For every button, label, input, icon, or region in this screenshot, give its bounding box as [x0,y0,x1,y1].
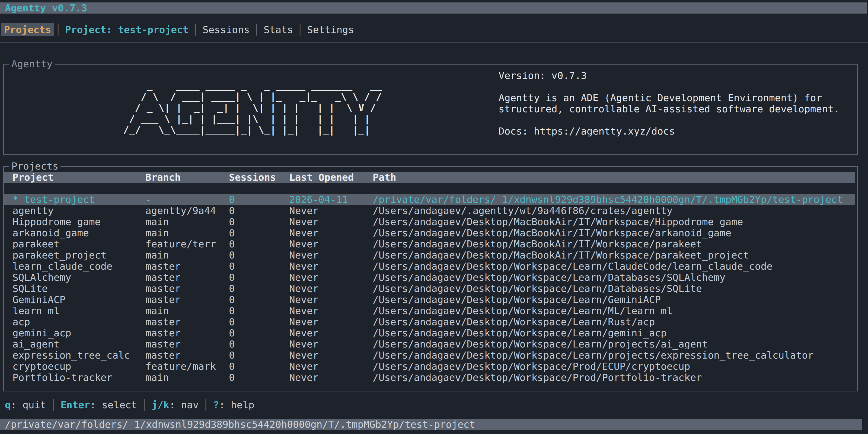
cell-project: Portfolio-tracker [12,372,145,383]
tab-bar-divider [0,42,868,43]
project-row[interactable]: expression_tree_calcmaster0Never/Users/a… [4,350,855,361]
cell-branch: main [145,250,229,261]
project-row[interactable]: * test-project-02026-04-11/private/var/f… [4,194,855,205]
cell-branch: master [145,283,229,294]
project-row[interactable]: SQLitemaster0Never/Users/andagaev/Deskto… [4,283,855,294]
cell-branch: main [145,305,229,316]
cell-project: learn_ml [12,305,145,316]
tab-sessions[interactable]: Sessions [199,23,252,36]
project-row[interactable]: SQLAlchemymaster0Never/Users/andagaev/De… [4,272,855,283]
version-line: Version: v0.7.3 [499,70,839,81]
cell-branch: feature/mark [145,361,229,372]
tab-projects[interactable]: Projects [1,23,54,36]
status-bar: /private/var/folders/_1/xdnwsnl929d389bh… [0,419,862,430]
cell-sessions: 0 [229,372,289,383]
project-row[interactable]: learn_claude_codemaster0Never/Users/anda… [4,261,855,272]
help-separator: │ [46,399,61,410]
cell-last-opened: Never [289,294,373,305]
cell-path: /Users/andagaev/Desktop/Workspace/Learn/… [373,272,855,283]
tab-separator: │ [54,24,62,35]
project-row[interactable]: acpmaster0Never/Users/andagaev/Desktop/W… [4,316,855,328]
cell-project: GeminiACP [12,294,145,305]
cell-branch: master [145,294,229,305]
project-row[interactable]: cryptoecupfeature/mark0Never/Users/andag… [4,361,855,372]
cell-project: acp [12,316,145,328]
column-header-path: Path [373,172,855,183]
cell-path: /Users/andagaev/Desktop/Workspace/Learn/… [373,350,855,361]
cell-path: /Users/andagaev/Desktop/Workspace/Prod/E… [373,361,855,372]
project-row[interactable]: parakeet_projectmain0Never/Users/andagae… [4,250,855,261]
cell-sessions: 0 [229,261,289,272]
column-header-project: Project [12,172,145,183]
project-row[interactable]: gemini_acpmaster0Never/Users/andagaev/De… [4,328,855,339]
cell-path: /Users/andagaev/Desktop/MacBookAir/IT/Wo… [373,216,855,227]
cell-branch: master [145,261,229,272]
terminal-screen: Agentty v0.7.3 Projects│Project: test-pr… [0,0,868,434]
tab-settings[interactable]: Settings [304,23,357,36]
cell-branch: master [145,272,229,283]
tab-separator: │ [191,24,199,35]
cell-path: /Users/andagaev/Desktop/Workspace/Learn/… [373,328,855,339]
cell-last-opened: Never [289,250,373,261]
help-colon: : [219,399,231,410]
cell-sessions: 0 [229,305,289,316]
project-row[interactable]: agenttyagentty/9a440Never/Users/andagaev… [4,205,855,216]
project-row[interactable]: Portfolio-trackermain0Never/Users/andaga… [4,372,855,383]
cell-last-opened: Never [289,305,373,316]
cell-project: Hippodrome_game [12,216,145,227]
blank-line [499,115,839,126]
tab-stats[interactable]: Stats [261,23,296,36]
cell-project: gemini_acp [12,328,145,339]
cell-last-opened: Never [289,261,373,272]
help-key: q [5,399,11,410]
project-row[interactable]: learn_mlmain0Never/Users/andagaev/Deskto… [4,305,855,316]
cell-last-opened: Never [289,350,373,361]
help-separator: │ [137,399,152,410]
help-key: Enter [61,399,90,410]
cell-last-opened: Never [289,205,373,216]
projects-panel-title: Projects [9,160,61,172]
cell-sessions: 0 [229,194,289,205]
tab-separator: │ [296,24,304,35]
cell-sessions: 0 [229,294,289,305]
project-list: * test-project-02026-04-11/private/var/f… [4,194,857,383]
status-path: /private/var/folders/_1/xdnwsnl929d389bh… [5,419,475,430]
cell-sessions: 0 [229,339,289,350]
cell-branch: master [145,328,229,339]
project-row[interactable]: Hippodrome_gamemain0Never/Users/andagaev… [4,216,855,227]
project-row[interactable]: arkanoid_gamemain0Never/Users/andagaev/D… [4,227,855,239]
help-key: ? [213,399,219,410]
cell-last-opened: Never [289,339,373,350]
project-row[interactable]: ai_agentmaster0Never/Users/andagaev/Desk… [4,339,855,350]
cell-branch: - [145,194,229,205]
about-info: Version: v0.7.3 Agentty is an ADE (Agent… [499,70,839,137]
cell-sessions: 0 [229,239,289,250]
help-label: select [102,399,137,410]
cell-last-opened: Never [289,227,373,239]
about-panel: Agentty _ ____ _____ _ _ _____ _______ _… [3,64,858,155]
description-line-1: Agentty is an ADE (Agentic Development E… [499,92,839,103]
cell-project: parakeet_project [12,250,145,261]
project-row[interactable]: parakeetfeature/terr0Never/Users/andagae… [4,239,855,250]
cell-sessions: 0 [229,350,289,361]
cell-sessions: 0 [229,250,289,261]
cell-project: * test-project [12,194,145,205]
column-header-branch: Branch [145,172,229,183]
cell-project: SQLite [12,283,145,294]
cell-path: /Users/andagaev/Desktop/Workspace/Learn/… [373,339,855,350]
cell-last-opened: Never [289,272,373,283]
cell-path: /Users/andagaev/Desktop/Workspace/Learn/… [373,305,855,316]
tab-separator: │ [252,24,261,35]
description-line-2: structured, controllable AI-assisted sof… [499,103,839,115]
title-bar: Agentty v0.7.3 [0,2,867,13]
cell-branch: agentty/9a44 [145,205,229,216]
cell-path: /Users/andagaev/Desktop/Workspace/Learn/… [373,294,855,305]
about-panel-title: Agentty [9,58,55,70]
cell-branch: master [145,350,229,361]
cell-project: parakeet [12,239,145,250]
tab-project-test-project[interactable]: Project: test-project [62,23,191,36]
cell-last-opened: Never [289,283,373,294]
project-row[interactable]: GeminiACPmaster0Never/Users/andagaev/Des… [4,294,855,305]
cell-last-opened: Never [289,328,373,339]
cell-path: /Users/andagaev/Desktop/Workspace/Learn/… [373,283,855,294]
